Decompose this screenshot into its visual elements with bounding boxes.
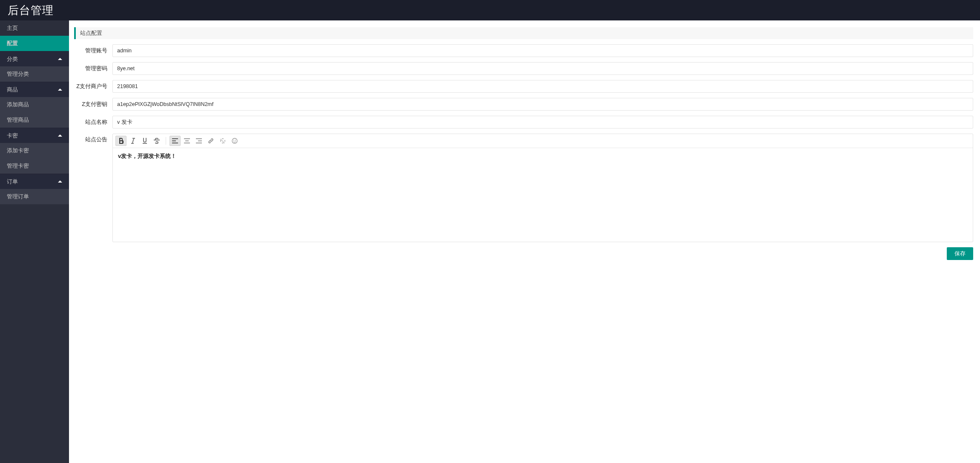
chevron-up-icon bbox=[58, 89, 62, 91]
sidebar-item-manage-product[interactable]: 管理商品 bbox=[0, 112, 69, 128]
link-icon bbox=[208, 138, 214, 144]
sidebar-item-label: 管理订单 bbox=[7, 193, 29, 200]
main-content: 站点配置 管理账号 管理密码 Z支付商户号 Z支付密钥 站点名称 站点公告 bbox=[69, 20, 980, 463]
svg-point-2 bbox=[235, 140, 236, 141]
sidebar-item-manage-order[interactable]: 管理订单 bbox=[0, 189, 69, 204]
bold-button[interactable] bbox=[115, 136, 126, 146]
label-zpay-mid: Z支付商户号 bbox=[74, 83, 112, 90]
sidebar-item-label: 管理商品 bbox=[7, 116, 29, 124]
link-button[interactable] bbox=[205, 136, 216, 146]
unlink-button[interactable] bbox=[217, 136, 228, 146]
sidebar-group-product[interactable]: 商品 bbox=[0, 82, 69, 97]
input-zpay-key[interactable] bbox=[112, 98, 973, 111]
chevron-up-icon bbox=[58, 58, 62, 60]
emoji-button[interactable] bbox=[229, 136, 240, 146]
svg-point-1 bbox=[233, 140, 234, 141]
sidebar-item-label: 管理卡密 bbox=[7, 162, 29, 170]
underline-button[interactable] bbox=[139, 136, 150, 146]
align-right-icon bbox=[196, 138, 202, 143]
form-row-site-name: 站点名称 bbox=[74, 116, 973, 129]
align-right-button[interactable] bbox=[193, 136, 204, 146]
form-row-admin-user: 管理账号 bbox=[74, 44, 973, 57]
form-row-zpay-mid: Z支付商户号 bbox=[74, 80, 973, 93]
chevron-up-icon bbox=[58, 134, 62, 137]
italic-icon bbox=[131, 138, 135, 144]
label-site-notice: 站点公告 bbox=[74, 134, 112, 143]
sidebar-group-label: 商品 bbox=[7, 86, 18, 94]
bold-icon bbox=[118, 138, 124, 144]
italic-button[interactable] bbox=[127, 136, 138, 146]
align-center-icon bbox=[184, 138, 190, 143]
panel-title: 站点配置 bbox=[74, 27, 973, 39]
input-admin-pass[interactable] bbox=[112, 62, 973, 75]
align-left-button[interactable] bbox=[170, 136, 181, 146]
sidebar-group-label: 订单 bbox=[7, 178, 18, 186]
input-site-name[interactable] bbox=[112, 116, 973, 129]
sidebar-item-add-card[interactable]: 添加卡密 bbox=[0, 143, 69, 158]
label-site-name: 站点名称 bbox=[74, 119, 112, 126]
strike-button[interactable] bbox=[151, 136, 162, 146]
sidebar-item-config[interactable]: 配置 bbox=[0, 36, 69, 51]
sidebar-group-label: 分类 bbox=[7, 55, 18, 63]
form-row-site-notice: 站点公告 bbox=[74, 134, 973, 242]
underline-icon bbox=[142, 138, 147, 144]
sidebar-group-order[interactable]: 订单 bbox=[0, 174, 69, 189]
sidebar-item-add-product[interactable]: 添加商品 bbox=[0, 97, 69, 112]
editor-toolbar bbox=[113, 134, 973, 148]
label-admin-user: 管理账号 bbox=[74, 47, 112, 54]
sidebar-item-label: 添加卡密 bbox=[7, 147, 29, 154]
app-title: 后台管理 bbox=[8, 3, 54, 18]
label-admin-pass: 管理密码 bbox=[74, 65, 112, 72]
sidebar-item-label: 添加商品 bbox=[7, 101, 29, 109]
sidebar-item-label: 配置 bbox=[7, 40, 18, 47]
button-row: 保存 bbox=[74, 247, 973, 260]
label-zpay-key: Z支付密钥 bbox=[74, 101, 112, 108]
align-center-button[interactable] bbox=[181, 136, 193, 146]
emoji-icon bbox=[232, 138, 238, 144]
unlink-icon bbox=[220, 138, 226, 144]
form-row-zpay-key: Z支付密钥 bbox=[74, 98, 973, 111]
sidebar-item-manage-card[interactable]: 管理卡密 bbox=[0, 158, 69, 174]
sidebar-item-manage-category[interactable]: 管理分类 bbox=[0, 66, 69, 82]
sidebar-group-card[interactable]: 卡密 bbox=[0, 128, 69, 143]
input-admin-user[interactable] bbox=[112, 44, 973, 57]
svg-point-0 bbox=[232, 138, 237, 143]
notice-text: v发卡，开源发卡系统！ bbox=[118, 153, 176, 159]
sidebar-item-label: 管理分类 bbox=[7, 70, 29, 78]
chevron-up-icon bbox=[58, 180, 62, 183]
strike-icon bbox=[154, 138, 160, 144]
sidebar: 主页 配置 分类 管理分类 商品 添加商品 管理商品 卡密 添加卡 bbox=[0, 20, 69, 463]
save-button[interactable]: 保存 bbox=[947, 247, 973, 260]
sidebar-item-label: 主页 bbox=[7, 24, 18, 32]
editor-body[interactable]: v发卡，开源发卡系统！ bbox=[113, 148, 973, 242]
sidebar-item-home[interactable]: 主页 bbox=[0, 20, 69, 36]
input-zpay-mid[interactable] bbox=[112, 80, 973, 93]
sidebar-group-category[interactable]: 分类 bbox=[0, 51, 69, 66]
form-row-admin-pass: 管理密码 bbox=[74, 62, 973, 75]
align-left-icon bbox=[172, 138, 178, 143]
rich-editor: v发卡，开源发卡系统！ bbox=[112, 134, 973, 242]
sidebar-group-label: 卡密 bbox=[7, 132, 18, 140]
topbar: 后台管理 bbox=[0, 0, 980, 20]
toolbar-separator bbox=[166, 137, 166, 145]
